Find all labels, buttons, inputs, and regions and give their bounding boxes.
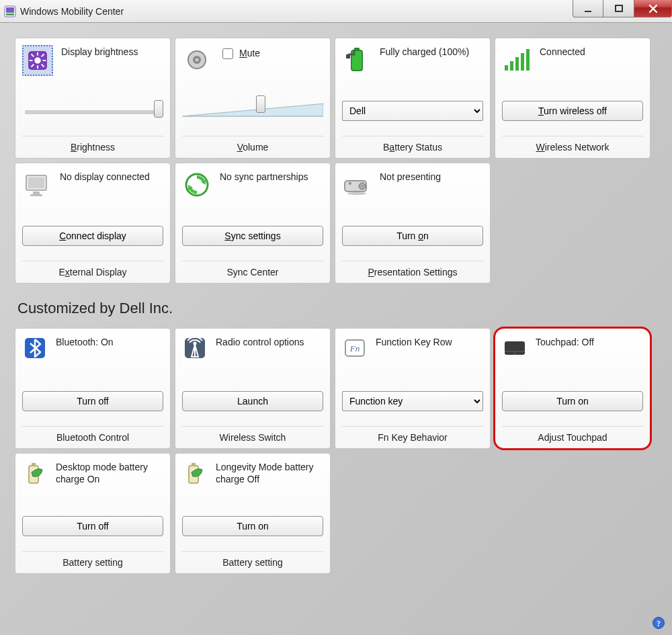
touchpad-footer[interactable]: Adjust Touchpad bbox=[502, 426, 643, 443]
radio-footer[interactable]: Wireless Switch bbox=[182, 426, 323, 443]
fnkey-select[interactable]: Function key bbox=[342, 391, 483, 411]
battery-status-text: Fully charged (100%) bbox=[380, 45, 469, 58]
bluetooth-toggle-button[interactable]: Turn off bbox=[22, 391, 163, 411]
tile-sync: No sync partnerships Sync settings Sync … bbox=[175, 163, 331, 284]
wireless-toggle-button[interactable]: Turn wireless off bbox=[502, 101, 643, 121]
sync-icon bbox=[182, 170, 212, 200]
touchpad-toggle-button[interactable]: Turn on bbox=[502, 391, 643, 411]
desktop-battery-status-text: Desktop mode battery charge On bbox=[56, 460, 163, 485]
svg-point-35 bbox=[359, 183, 366, 189]
tile-bluetooth: Bluetooth: On Turn off Bluetooth Control bbox=[15, 328, 171, 449]
desktop-battery-footer[interactable]: Battery setting bbox=[22, 551, 163, 568]
minimize-button[interactable] bbox=[573, 0, 603, 17]
tile-volume: Mute Volume bbox=[175, 38, 331, 159]
sync-settings-button[interactable]: Sync settings bbox=[182, 226, 323, 246]
touchpad-icon bbox=[502, 335, 528, 361]
volume-footer[interactable]: Volume bbox=[182, 136, 323, 153]
power-plan-select[interactable]: Dell bbox=[342, 101, 483, 121]
antenna-icon bbox=[182, 335, 208, 361]
svg-rect-24 bbox=[515, 57, 519, 71]
tile-desktop-battery: Desktop mode battery charge On Turn off … bbox=[15, 453, 171, 574]
svg-rect-29 bbox=[33, 192, 40, 194]
app-icon bbox=[4, 5, 16, 17]
brightness-slider[interactable] bbox=[25, 110, 163, 114]
external-footer[interactable]: External Display bbox=[22, 261, 163, 278]
touchpad-status-text: Touchpad: Off bbox=[536, 335, 594, 349]
tile-presentation: Not presenting Turn on Presentation Sett… bbox=[335, 163, 491, 284]
help-icon[interactable]: ? bbox=[652, 616, 665, 630]
external-status-text: No display connected bbox=[60, 170, 150, 183]
battery-leaf-icon bbox=[22, 460, 48, 486]
battery-footer[interactable]: Battery Status bbox=[342, 136, 483, 153]
svg-rect-3 bbox=[585, 11, 591, 12]
sync-footer[interactable]: Sync Center bbox=[182, 261, 323, 278]
desktop-battery-toggle-button[interactable]: Turn off bbox=[22, 516, 163, 536]
longevity-battery-toggle-button[interactable]: Turn on bbox=[182, 516, 323, 536]
tile-radio: Radio control options Launch Wireless Sw… bbox=[175, 328, 331, 449]
brightness-footer[interactable]: Brightness bbox=[22, 136, 163, 153]
content-area: Display brightness Brightness Mute bbox=[0, 23, 672, 581]
longevity-battery-status-text: Longevity Mode battery charge Off bbox=[216, 460, 323, 485]
brightness-label: Display brightness bbox=[61, 45, 138, 58]
battery-charging-icon bbox=[342, 45, 372, 75]
svg-rect-4 bbox=[616, 5, 622, 11]
longevity-battery-footer[interactable]: Battery setting bbox=[182, 551, 323, 568]
tile-battery: Fully charged (100%) Dell Battery Status bbox=[335, 38, 491, 159]
svg-point-36 bbox=[349, 182, 351, 185]
svg-rect-23 bbox=[510, 61, 513, 71]
monitor-icon bbox=[22, 170, 52, 200]
presentation-turn-on-button[interactable]: Turn on bbox=[342, 226, 483, 246]
caption-buttons bbox=[573, 0, 672, 17]
tile-fn-key: Fn Function Key Row Function key Fn Key … bbox=[335, 328, 491, 449]
window-title: Windows Mobility Center bbox=[20, 6, 124, 17]
svg-rect-26 bbox=[526, 49, 530, 71]
bluetooth-status-text: Bluetooth: On bbox=[56, 335, 114, 349]
svg-rect-22 bbox=[505, 65, 508, 71]
mute-checkbox[interactable] bbox=[222, 48, 233, 59]
svg-rect-28 bbox=[28, 177, 44, 188]
brightness-icon[interactable] bbox=[22, 45, 53, 76]
tile-brightness: Display brightness Brightness bbox=[15, 38, 171, 159]
fnkey-footer[interactable]: Fn Key Behavior bbox=[342, 426, 483, 443]
tile-wireless: Connected Turn wireless off Wireless Net… bbox=[495, 38, 650, 159]
svg-rect-1 bbox=[6, 7, 14, 13]
svg-point-6 bbox=[34, 57, 41, 64]
title-bar: Windows Mobility Center bbox=[0, 0, 672, 23]
wireless-status-text: Connected bbox=[540, 45, 585, 58]
svg-rect-2 bbox=[6, 13, 14, 15]
svg-text:?: ? bbox=[657, 619, 661, 628]
svg-point-37 bbox=[347, 192, 366, 195]
presentation-status-text: Not presenting bbox=[380, 170, 441, 183]
customized-heading: Customized by Dell Inc. bbox=[17, 300, 657, 317]
volume-slider[interactable] bbox=[185, 105, 323, 110]
radio-launch-button[interactable]: Launch bbox=[182, 391, 323, 411]
svg-rect-49 bbox=[192, 463, 196, 466]
system-tiles: Display brightness Brightness Mute bbox=[15, 38, 657, 284]
svg-rect-21 bbox=[346, 54, 350, 58]
tile-external-display: No display connected Connect display Ext… bbox=[15, 163, 171, 284]
tile-longevity-battery: Longevity Mode battery charge Off Turn o… bbox=[175, 453, 331, 574]
presentation-footer[interactable]: Presentation Settings bbox=[342, 261, 483, 278]
tile-touchpad: Touchpad: Off Turn on Adjust Touchpad bbox=[495, 328, 650, 449]
signal-bars-icon bbox=[502, 45, 532, 75]
sync-status-text: No sync partnerships bbox=[220, 170, 308, 183]
radio-status-text: Radio control options bbox=[216, 335, 304, 349]
svg-rect-25 bbox=[521, 53, 524, 71]
wireless-footer[interactable]: Wireless Network bbox=[502, 136, 643, 153]
svg-point-17 bbox=[196, 58, 199, 62]
custom-tiles: Bluetooth: On Turn off Bluetooth Control… bbox=[15, 328, 657, 574]
bluetooth-footer[interactable]: Bluetooth Control bbox=[22, 426, 163, 443]
close-button[interactable] bbox=[634, 0, 672, 17]
bluetooth-icon bbox=[22, 335, 48, 361]
svg-rect-47 bbox=[32, 463, 36, 466]
projector-icon bbox=[342, 170, 372, 200]
connect-display-button[interactable]: Connect display bbox=[22, 226, 163, 246]
speaker-icon bbox=[182, 45, 212, 75]
fn-key-icon: Fn bbox=[342, 335, 368, 361]
svg-rect-30 bbox=[30, 194, 42, 196]
battery-leaf-icon bbox=[182, 460, 208, 486]
maximize-button[interactable] bbox=[603, 0, 634, 17]
svg-text:Fn: Fn bbox=[349, 343, 360, 353]
fnkey-status-text: Function Key Row bbox=[376, 335, 452, 349]
mute-checkbox-wrap[interactable]: Mute bbox=[220, 45, 260, 61]
